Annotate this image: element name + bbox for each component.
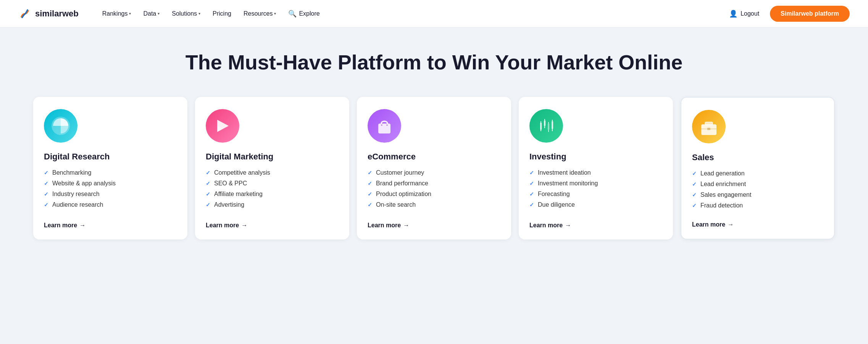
logout-button[interactable]: 👤 Logout: [724, 6, 764, 21]
card-title-investing: Investing: [529, 152, 662, 162]
logo-text: similarweb: [35, 9, 79, 19]
card-icon-sales: [692, 110, 726, 143]
learn-more-digital-research[interactable]: Learn more →: [44, 219, 177, 229]
check-icon: ✓: [529, 180, 534, 186]
card-items-digital-marketing: ✓Competitive analysis ✓SEO & PPC ✓Affili…: [206, 169, 339, 210]
list-item: ✓On-site search: [368, 201, 500, 208]
hero-section: The Must-Have Platform to Win Your Marke…: [0, 27, 868, 89]
card-title-sales: Sales: [692, 153, 823, 162]
learn-more-digital-marketing[interactable]: Learn more →: [206, 219, 339, 229]
list-item: ✓Benchmarking: [44, 169, 177, 176]
svg-point-5: [381, 124, 382, 126]
search-icon: 🔍: [288, 10, 297, 18]
check-icon: ✓: [44, 191, 48, 197]
check-icon: ✓: [368, 180, 372, 186]
arrow-icon: →: [565, 222, 571, 229]
learn-more-sales[interactable]: Learn more →: [692, 218, 823, 228]
card-digital-marketing: Digital Marketing ✓Competitive analysis …: [195, 97, 349, 240]
list-item: ✓Affiliate marketing: [206, 191, 339, 198]
list-item: ✓Due diligence: [529, 201, 662, 208]
nav-item-pricing[interactable]: Pricing: [207, 7, 237, 20]
list-item: ✓SEO & PPC: [206, 180, 339, 187]
svg-rect-13: [548, 124, 549, 130]
svg-rect-20: [705, 122, 713, 125]
card-icon-digital-marketing: [206, 109, 239, 143]
logo[interactable]: similarweb: [18, 7, 79, 21]
list-item: ✓Brand performance: [368, 180, 500, 187]
card-icon-ecommerce: [368, 109, 401, 143]
user-icon: 👤: [729, 10, 737, 18]
check-icon: ✓: [692, 203, 697, 209]
svg-rect-22: [707, 128, 710, 130]
nav-item-data[interactable]: Data ▾: [138, 7, 165, 20]
check-icon: ✓: [529, 170, 534, 176]
arrow-icon: →: [728, 221, 734, 228]
check-icon: ✓: [44, 202, 48, 208]
main-nav: similarweb Rankings ▾ Data ▾ Solutions ▾…: [0, 0, 868, 27]
card-title-digital-marketing: Digital Marketing: [206, 152, 339, 162]
platform-button[interactable]: Similarweb platform: [770, 6, 850, 22]
check-icon: ✓: [206, 170, 210, 176]
chevron-down-icon: ▾: [129, 11, 131, 16]
check-icon: ✓: [692, 181, 697, 187]
card-items-digital-research: ✓Benchmarking ✓Website & app analysis ✓I…: [44, 169, 177, 210]
arrow-icon: →: [241, 222, 247, 229]
card-icon-digital-research: [44, 109, 77, 143]
list-item: ✓Investment ideation: [529, 169, 662, 176]
check-icon: ✓: [206, 180, 210, 186]
list-item: ✓Forecasting: [529, 191, 662, 198]
hero-title: The Must-Have Platform to Win Your Marke…: [18, 50, 850, 74]
nav-item-solutions[interactable]: Solutions ▾: [166, 7, 206, 20]
list-item: ✓Audience research: [44, 201, 177, 208]
list-item: ✓Lead generation: [692, 170, 823, 177]
list-item: ✓Fraud detection: [692, 202, 823, 209]
check-icon: ✓: [206, 202, 210, 208]
list-item: ✓Advertising: [206, 201, 339, 208]
check-icon: ✓: [44, 180, 48, 186]
list-item: ✓Website & app analysis: [44, 180, 177, 187]
arrow-icon: →: [403, 222, 409, 229]
check-icon: ✓: [692, 170, 697, 177]
nav-item-resources[interactable]: Resources ▾: [238, 7, 281, 20]
card-title-digital-research: Digital Research: [44, 152, 177, 162]
svg-rect-10: [544, 121, 545, 126]
nav-links: Rankings ▾ Data ▾ Solutions ▾ Pricing Re…: [97, 6, 724, 21]
card-sales: Sales ✓Lead generation ✓Lead enrichment …: [681, 97, 835, 240]
list-item: ✓Product optimization: [368, 191, 500, 198]
card-items-investing: ✓Investment ideation ✓Investment monitor…: [529, 169, 662, 210]
learn-more-ecommerce[interactable]: Learn more →: [368, 219, 500, 229]
nav-item-rankings[interactable]: Rankings ▾: [97, 7, 137, 20]
check-icon: ✓: [44, 170, 48, 176]
svg-rect-7: [540, 123, 542, 130]
check-icon: ✓: [529, 191, 534, 197]
list-item: ✓Industry research: [44, 191, 177, 198]
arrow-icon: →: [79, 222, 86, 229]
svg-rect-16: [552, 121, 553, 129]
card-icon-investing: [529, 109, 563, 143]
nav-right: 👤 Logout Similarweb platform: [724, 6, 850, 22]
list-item: ✓Sales engagement: [692, 191, 823, 198]
svg-point-6: [386, 124, 388, 126]
check-icon: ✓: [692, 192, 697, 198]
list-item: ✓Customer journey: [368, 169, 500, 176]
nav-item-explore[interactable]: 🔍 Explore: [283, 6, 325, 21]
card-items-ecommerce: ✓Customer journey ✓Brand performance ✓Pr…: [368, 169, 500, 210]
chevron-down-icon: ▾: [198, 11, 200, 16]
check-icon: ✓: [206, 191, 210, 197]
learn-more-investing[interactable]: Learn more →: [529, 219, 662, 229]
cards-grid: Digital Research ✓Benchmarking ✓Website …: [33, 97, 835, 240]
list-item: ✓Competitive analysis: [206, 169, 339, 176]
list-item: ✓Lead enrichment: [692, 181, 823, 188]
card-title-ecommerce: eCommerce: [368, 152, 500, 162]
list-item: ✓Investment monitoring: [529, 180, 662, 187]
card-items-sales: ✓Lead generation ✓Lead enrichment ✓Sales…: [692, 170, 823, 209]
chevron-down-icon: ▾: [158, 11, 160, 16]
chevron-down-icon: ▾: [274, 11, 276, 16]
card-ecommerce: eCommerce ✓Customer journey ✓Brand perfo…: [357, 97, 511, 240]
check-icon: ✓: [529, 202, 534, 208]
card-digital-research: Digital Research ✓Benchmarking ✓Website …: [33, 97, 187, 240]
check-icon: ✓: [368, 191, 372, 197]
cards-section: Digital Research ✓Benchmarking ✓Website …: [0, 89, 868, 262]
card-investing: Investing ✓Investment ideation ✓Investme…: [519, 97, 673, 240]
check-icon: ✓: [368, 170, 372, 176]
